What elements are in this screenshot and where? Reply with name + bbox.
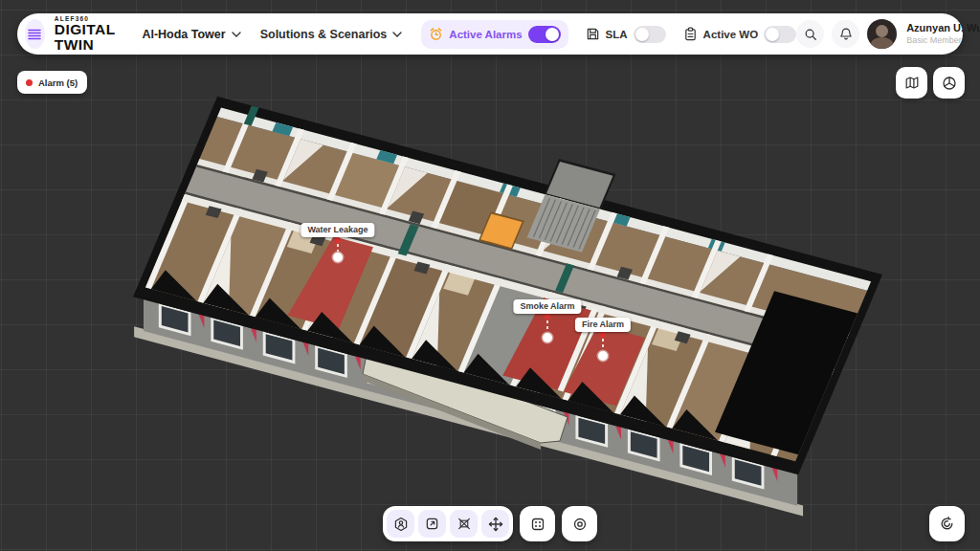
sla-label: SLA bbox=[606, 29, 628, 40]
bell-icon bbox=[839, 27, 853, 41]
active-alarms-switch[interactable] bbox=[528, 26, 561, 43]
app-logo: ALEF360 DIGITAL TWIN bbox=[55, 16, 125, 53]
orbit-rotate-button[interactable] bbox=[929, 506, 965, 541]
expand-icon bbox=[425, 517, 439, 531]
alarm-count-badge[interactable]: Alarm (5) bbox=[17, 71, 87, 94]
clipboard-icon bbox=[683, 27, 698, 41]
notifications-button[interactable] bbox=[832, 20, 859, 48]
view-mode-buttons bbox=[896, 67, 965, 99]
focus-button[interactable] bbox=[562, 506, 597, 541]
expand-view-button[interactable] bbox=[418, 510, 446, 538]
sla-switch[interactable] bbox=[634, 26, 666, 43]
scene-toolbar bbox=[383, 506, 597, 541]
alarm-clock-icon bbox=[429, 27, 443, 41]
camera-tool-group bbox=[383, 506, 513, 541]
save-icon bbox=[586, 27, 600, 41]
3d-view-button[interactable] bbox=[933, 67, 965, 99]
alarm-red-dot-icon bbox=[26, 79, 33, 86]
grid-select-button[interactable] bbox=[520, 506, 555, 541]
search-button[interactable] bbox=[796, 20, 824, 48]
building-selector[interactable]: Al-Hoda Tower bbox=[142, 28, 240, 41]
first-person-view-button[interactable] bbox=[387, 510, 414, 538]
active-wo-switch[interactable] bbox=[764, 26, 796, 43]
focus-target-icon bbox=[572, 517, 588, 532]
chevron-down-icon bbox=[392, 32, 402, 37]
bounding-box-icon bbox=[457, 517, 472, 531]
first-person-icon bbox=[393, 517, 409, 532]
map-icon bbox=[904, 76, 920, 90]
active-alarms-label: Active Alarms bbox=[449, 29, 522, 40]
search-icon bbox=[804, 28, 817, 41]
orbit-icon bbox=[939, 516, 955, 532]
user-info: Azunyan U. Wu Basic Member bbox=[906, 22, 980, 46]
digital-twin-viewport: Water Leakage Smoke Alarm Fire Alarm ALE… bbox=[0, 0, 980, 551]
marker-label-water-leakage[interactable]: Water Leakage bbox=[301, 223, 374, 237]
solutions-scenarios-menu[interactable]: Solutions & Scenarios bbox=[260, 28, 403, 41]
map-view-button[interactable] bbox=[896, 67, 927, 99]
top-navbar: ALEF360 DIGITAL TWIN Al-Hoda Tower Solut… bbox=[17, 13, 963, 55]
logo-title: DIGITAL TWIN bbox=[55, 22, 125, 52]
chevron-down-icon bbox=[232, 32, 241, 37]
menu-button[interactable] bbox=[25, 19, 45, 49]
sla-toggle-group: SLA bbox=[586, 26, 666, 43]
pan-move-icon bbox=[488, 517, 503, 532]
user-name: Azunyan U. Wu bbox=[906, 22, 980, 35]
marker-label-smoke-alarm[interactable]: Smoke Alarm bbox=[513, 299, 581, 314]
alarm-badge-label: Alarm (5) bbox=[38, 77, 78, 88]
sphere-3d-icon bbox=[942, 76, 957, 91]
active-wo-label: Active WO bbox=[703, 29, 759, 40]
solutions-menu-label: Solutions & Scenarios bbox=[260, 28, 388, 41]
building-3d-model[interactable] bbox=[0, 0, 980, 551]
user-avatar[interactable] bbox=[867, 19, 897, 49]
pan-button[interactable] bbox=[481, 510, 509, 538]
hamburger-icon bbox=[28, 29, 41, 40]
grid-dots-icon bbox=[530, 517, 546, 532]
active-wo-toggle-group: Active WO bbox=[683, 26, 797, 43]
user-role: Basic Member bbox=[906, 35, 980, 46]
active-alarms-toggle-group: Active Alarms bbox=[421, 20, 568, 49]
bounding-box-button[interactable] bbox=[450, 510, 478, 538]
marker-label-fire-alarm[interactable]: Fire Alarm bbox=[575, 318, 631, 332]
building-selector-label: Al-Hoda Tower bbox=[142, 28, 225, 41]
